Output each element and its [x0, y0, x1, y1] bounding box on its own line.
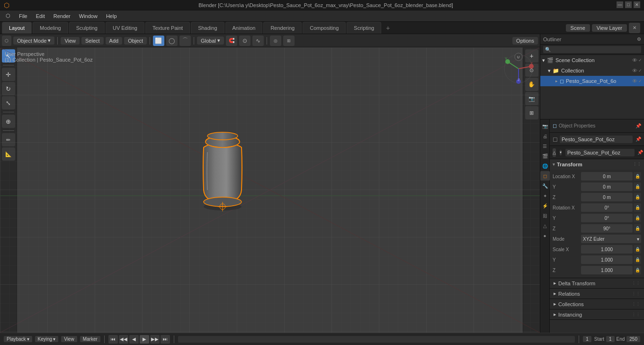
collections-header[interactable]: ▸ Collections ⋮⋮ [550, 299, 644, 309]
tab-texture-paint[interactable]: Texture Paint [145, 22, 190, 34]
close-button[interactable]: ✕ [634, 1, 640, 8]
collection-row[interactable]: ▾ 📁 Collection 👁 ✓ [540, 65, 644, 76]
relations-header[interactable]: ▸ Relations ⋮⋮ [550, 289, 644, 299]
scene-collection-check[interactable]: ✓ [638, 58, 642, 63]
menu-blender[interactable]: ⬡ [2, 12, 14, 20]
location-z-field[interactable]: 0 m [581, 193, 633, 201]
tab-animation[interactable]: Animation [225, 22, 263, 34]
props-scene-icon[interactable]: 🎬 [540, 151, 550, 161]
rotation-x-lock[interactable]: 🔒 [634, 203, 641, 212]
location-y-field[interactable]: 0 m [581, 182, 633, 191]
add-menu[interactable]: Add [106, 37, 123, 45]
scale-x-field[interactable]: 1.000 [581, 245, 633, 254]
menu-window[interactable]: Window [75, 12, 101, 20]
marker-button[interactable]: Marker [80, 336, 100, 342]
tab-scripting[interactable]: Scripting [347, 22, 381, 34]
menu-file[interactable]: File [15, 12, 31, 20]
end-frame[interactable]: 250 [626, 336, 640, 342]
transform-section-header[interactable]: ▾ Transform ⋮⋮ [550, 159, 644, 170]
scale-z-field[interactable]: 1.000 [581, 266, 633, 274]
transform-orientation[interactable]: Global▾ [197, 36, 224, 45]
timeline-bar[interactable] [178, 336, 575, 343]
location-x-lock[interactable]: 🔒 [634, 172, 641, 181]
viewport-mode-icon[interactable]: ⬡ [2, 36, 11, 46]
menu-help[interactable]: Help [102, 12, 121, 20]
close-workspace-button[interactable]: ✕ [629, 23, 640, 33]
overlay-circles-icon[interactable]: ◎ [270, 36, 281, 46]
jump-start-button[interactable]: ⏮ [108, 335, 118, 344]
location-z-lock[interactable]: 🔒 [634, 193, 641, 201]
props-data-icon[interactable]: △ [540, 221, 550, 230]
scene-selector[interactable]: Scene [566, 24, 590, 32]
select-menu[interactable]: Select [81, 37, 104, 45]
step-back-button[interactable]: ◀◀ [119, 335, 128, 344]
instancing-header[interactable]: ▸ Instancing ⋮⋮ [550, 309, 644, 320]
current-frame[interactable]: 1 [583, 336, 591, 342]
rotation-mode-selector[interactable]: XYZ Euler ▾ [581, 235, 641, 243]
playback-button[interactable]: Playback▾ [4, 336, 32, 342]
object-name-pin[interactable]: 📌 [635, 136, 641, 142]
rotation-z-lock[interactable]: 🔒 [634, 224, 641, 233]
collection-check[interactable]: ✓ [638, 68, 642, 73]
object-visibility[interactable]: 👁 [632, 78, 637, 84]
snap-icon[interactable]: 🧲 [226, 36, 237, 46]
tab-compositing[interactable]: Compositing [303, 22, 346, 34]
object-mode-selector[interactable]: Object Mode ▾ [13, 36, 54, 45]
mesh-name-field[interactable] [565, 149, 635, 156]
rotation-y-field[interactable]: 0° [581, 214, 633, 222]
scale-x-lock[interactable]: 🔒 [634, 245, 641, 254]
jump-end-button[interactable]: ⏭ [161, 335, 170, 344]
menu-render[interactable]: Render [50, 12, 74, 20]
rotation-y-lock[interactable]: 🔒 [634, 214, 641, 222]
object-menu[interactable]: Object [124, 37, 147, 45]
outliner-filter-icon[interactable]: ⚙ [637, 36, 641, 42]
step-forward-button[interactable]: ▶▶ [150, 335, 160, 344]
props-pin-icon[interactable]: 📌 [635, 123, 641, 128]
mesh-pin[interactable]: 📌 [637, 150, 643, 155]
falloff-icon[interactable]: ∿ [252, 36, 264, 46]
tab-uv-editing[interactable]: UV Editing [106, 22, 144, 34]
props-output-icon[interactable]: 🖨 [540, 131, 550, 141]
scene-collection-row[interactable]: ▾ 🎬 Scene Collection 👁 ✓ [540, 55, 644, 65]
view-menu[interactable]: View [61, 37, 80, 45]
props-view-layer-icon[interactable]: ☰ [540, 141, 550, 151]
viewport-canvas[interactable]: ↖ ✛ ↻ ⤡ ⊕ ✏ 📐 + ⊙ ✋ 📷 ⊞ [0, 47, 540, 333]
start-frame[interactable]: 1 [606, 336, 615, 342]
maximize-button[interactable]: □ [625, 1, 632, 8]
minimize-button[interactable]: — [617, 1, 623, 8]
timeline-view-button[interactable]: View [61, 336, 77, 342]
props-render-icon[interactable]: 📷 [540, 121, 550, 131]
outliner-search-input[interactable] [543, 46, 641, 53]
props-material-icon[interactable]: ● [540, 231, 550, 240]
mesh-type-icon[interactable]: △ [553, 148, 556, 157]
collection-visibility[interactable]: 👁 [632, 68, 637, 73]
select-lasso-icon[interactable]: ⌒ [179, 36, 191, 46]
rotation-x-field[interactable]: 0° [581, 203, 633, 212]
location-x-field[interactable]: 0 m [581, 172, 633, 181]
keying-button[interactable]: Keying▾ [35, 336, 59, 342]
menu-edit[interactable]: Edit [32, 12, 49, 20]
tab-layout[interactable]: Layout [2, 22, 32, 34]
tab-modeling[interactable]: Modeling [33, 22, 68, 34]
tab-shading[interactable]: Shading [191, 22, 224, 34]
select-circle-icon[interactable]: ◯ [166, 36, 178, 46]
viewport[interactable]: ⬡ Object Mode ▾ View Select Add Object ⬜… [0, 34, 540, 333]
blender-logo[interactable]: ⬡ [4, 1, 9, 9]
props-particles-icon[interactable]: ✦ [540, 191, 550, 200]
delta-transform-header[interactable]: ▸ Delta Transform ⋮⋮ [550, 278, 644, 289]
scale-y-lock[interactable]: 🔒 [634, 255, 641, 264]
scale-z-lock[interactable]: 🔒 [634, 266, 641, 274]
props-world-icon[interactable]: 🌐 [540, 161, 550, 171]
props-object-icon[interactable]: ◻ [540, 171, 550, 181]
scene-collection-visibility[interactable]: 👁 [632, 57, 637, 63]
options-button[interactable]: Options [512, 37, 538, 45]
object-row[interactable]: ▸ ◻ Pesto_Sauce_Pot_6o 👁 ✓ [540, 76, 644, 86]
viewlayer-selector[interactable]: View Layer [592, 24, 627, 32]
tab-sculpting[interactable]: Sculpting [69, 22, 105, 34]
play-back-button[interactable]: ◀ [129, 335, 139, 344]
props-constraints-icon[interactable]: ⛓ [540, 211, 550, 220]
proportional-edit-icon[interactable]: ⊙ [239, 36, 250, 46]
jar-model[interactable] [194, 124, 251, 219]
location-y-lock[interactable]: 🔒 [634, 182, 641, 191]
select-box-icon[interactable]: ⬜ [153, 36, 164, 46]
